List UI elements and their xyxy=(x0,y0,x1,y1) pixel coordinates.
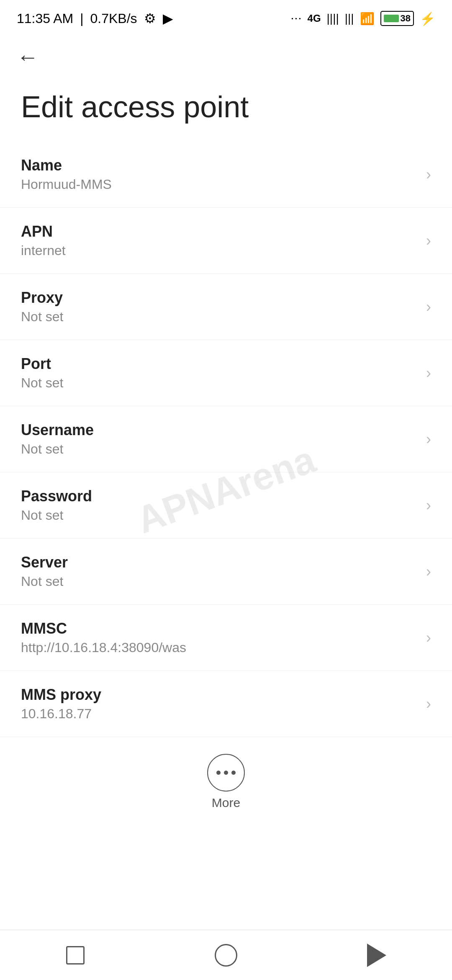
nav-recents-button[interactable] xyxy=(59,939,92,972)
settings-label-mmsc: MMSC xyxy=(21,620,418,637)
nav-back-button[interactable] xyxy=(360,939,393,972)
status-right: ⋅⋅⋅ 4G |||| ||| 📶 38 ⚡ xyxy=(290,11,435,26)
settings-item-username-content: Username Not set xyxy=(21,421,418,457)
settings-value-proxy: Not set xyxy=(21,309,418,325)
more-section: More xyxy=(0,737,452,823)
battery-icon: 38 xyxy=(380,11,414,26)
settings-item-port[interactable]: Port Not set › xyxy=(0,340,452,406)
settings-value-name: Hormuud-MMS xyxy=(21,177,418,192)
settings-item-name-content: Name Hormuud-MMS xyxy=(21,157,418,192)
back-button[interactable]: ← xyxy=(17,45,39,69)
bluetooth-icon: ⋅⋅⋅ xyxy=(290,12,302,26)
wifi-icon: 📶 xyxy=(360,12,375,26)
separator: | xyxy=(80,11,83,26)
chevron-port: › xyxy=(426,364,431,382)
signal-4g-icon: 4G xyxy=(308,13,321,24)
signal-bars2-icon: ||| xyxy=(345,12,354,25)
settings-item-mmsc-content: MMSC http://10.16.18.4:38090/was xyxy=(21,620,418,655)
more-dots-icon xyxy=(216,771,236,775)
settings-label-username: Username xyxy=(21,421,418,439)
settings-label-server: Server xyxy=(21,554,418,571)
settings-item-mms-proxy-content: MMS proxy 10.16.18.77 xyxy=(21,686,418,722)
status-left: 11:35 AM | 0.7KB/s ⚙ ▶ xyxy=(17,10,173,26)
settings-label-apn: APN xyxy=(21,223,418,240)
home-icon xyxy=(215,944,237,967)
settings-item-proxy[interactable]: Proxy Not set › xyxy=(0,274,452,340)
nav-home-button[interactable] xyxy=(209,939,243,972)
content-area: Name Hormuud-MMS › APN internet › Proxy … xyxy=(0,142,452,906)
charging-icon: ⚡ xyxy=(420,11,435,26)
settings-item-server-content: Server Not set xyxy=(21,554,418,589)
settings-item-password-content: Password Not set xyxy=(21,487,418,523)
settings-item-apn[interactable]: APN internet › xyxy=(0,208,452,274)
settings-item-username[interactable]: Username Not set › xyxy=(0,406,452,472)
speed: 0.7KB/s xyxy=(90,11,137,26)
status-bar: 11:35 AM | 0.7KB/s ⚙ ▶ ⋅⋅⋅ 4G |||| ||| 📶… xyxy=(0,0,452,34)
chevron-apn: › xyxy=(426,232,431,250)
settings-value-port: Not set xyxy=(21,375,418,391)
settings-item-port-content: Port Not set xyxy=(21,355,418,391)
video-icon: ▶ xyxy=(163,10,173,26)
more-label: More xyxy=(212,796,240,810)
page-title: Edit access point xyxy=(0,76,452,142)
settings-item-name[interactable]: Name Hormuud-MMS › xyxy=(0,142,452,208)
settings-item-password[interactable]: Password Not set › xyxy=(0,472,452,539)
settings-label-mms-proxy: MMS proxy xyxy=(21,686,418,704)
settings-value-server: Not set xyxy=(21,574,418,589)
settings-value-username: Not set xyxy=(21,441,418,457)
settings-value-password: Not set xyxy=(21,508,418,523)
bottom-nav xyxy=(0,930,452,980)
more-button[interactable] xyxy=(207,754,245,792)
chevron-username: › xyxy=(426,431,431,448)
top-nav: ← xyxy=(0,34,452,76)
settings-label-password: Password xyxy=(21,487,418,505)
settings-item-apn-content: APN internet xyxy=(21,223,418,258)
signal-bars-icon: |||| xyxy=(327,12,339,25)
chevron-password: › xyxy=(426,497,431,514)
settings-icon: ⚙ xyxy=(144,10,156,26)
settings-item-mmsc[interactable]: MMSC http://10.16.18.4:38090/was › xyxy=(0,605,452,671)
recents-icon xyxy=(66,946,85,965)
settings-list: Name Hormuud-MMS › APN internet › Proxy … xyxy=(0,142,452,737)
time: 11:35 AM xyxy=(17,11,73,26)
settings-value-mms-proxy: 10.16.18.77 xyxy=(21,706,418,722)
settings-item-server[interactable]: Server Not set › xyxy=(0,539,452,605)
settings-label-name: Name xyxy=(21,157,418,174)
chevron-mms-proxy: › xyxy=(426,695,431,713)
back-icon xyxy=(367,944,386,967)
settings-item-mms-proxy[interactable]: MMS proxy 10.16.18.77 › xyxy=(0,671,452,737)
chevron-name: › xyxy=(426,166,431,183)
settings-item-proxy-content: Proxy Not set xyxy=(21,289,418,325)
chevron-proxy: › xyxy=(426,298,431,316)
chevron-mmsc: › xyxy=(426,629,431,647)
chevron-server: › xyxy=(426,563,431,580)
settings-value-apn: internet xyxy=(21,243,418,258)
settings-value-mmsc: http://10.16.18.4:38090/was xyxy=(21,640,418,655)
settings-label-port: Port xyxy=(21,355,418,373)
settings-label-proxy: Proxy xyxy=(21,289,418,307)
